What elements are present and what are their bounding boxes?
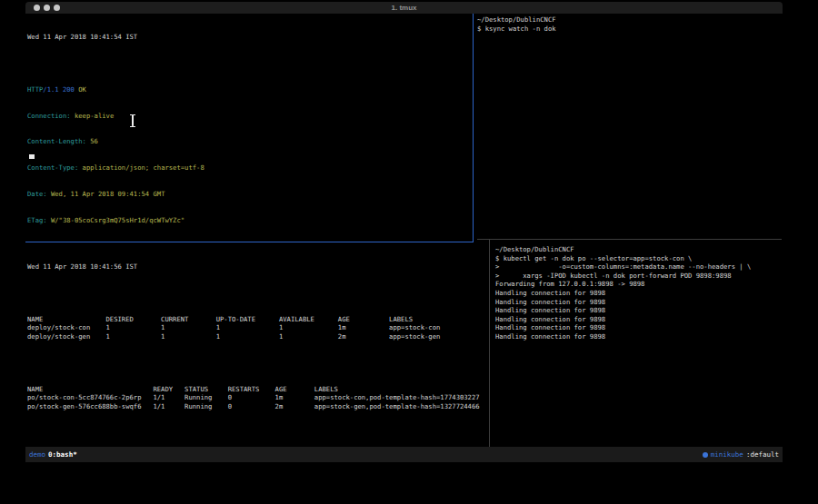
http-header-line: ETag: W/"38-05coCsrg3mQ75sHr1d/qcWTwYZc" [27, 216, 473, 225]
terminal-line: Handling connection for 9898 [495, 323, 783, 332]
table-cell: 1/1 [153, 402, 185, 411]
window-item-active[interactable]: 0:bash* [48, 450, 77, 459]
table-cell: NAME [27, 315, 106, 324]
table-cell: CURRENT [161, 315, 216, 324]
header-value: Wed, 11 Apr 2018 09:41:54 GMT [47, 190, 165, 198]
header-value: keep-alive [71, 112, 115, 120]
table-cell: 1 [106, 332, 162, 341]
table-row: NAMEREADYSTATUSRESTARTSAGELABELS [27, 385, 489, 394]
table-cell: 1m [275, 393, 314, 402]
zoom-button[interactable] [54, 5, 60, 11]
table-cell: READY [153, 385, 185, 394]
status-left: demo0:bash* [29, 450, 77, 459]
pane-bottom-left-kubectl-get[interactable]: Wed 11 Apr 2018 10:41:56 IST NAMEDESIRED… [25, 243, 489, 447]
header-value: 56 [86, 137, 98, 145]
terminal-line: Forwarding from 127.0.0.1:9898 -> 9898 [495, 280, 783, 289]
kube-context: minikube [711, 450, 743, 459]
minimize-button[interactable] [44, 5, 50, 11]
table-cell: deploy/stock-con [27, 323, 106, 332]
header-name: ETag: [27, 216, 47, 224]
table-cell: AGE [338, 315, 389, 324]
pane-top-left-http-response[interactable]: Wed 11 Apr 2018 10:41:54 IST HTTP/1.1 20… [25, 14, 473, 242]
table-cell: 1 [161, 323, 216, 332]
table-row: deploy/stock-gen11112mapp=stock-gen [27, 332, 489, 341]
terminal-line: $ kubectl get -n dok po --selector=app=s… [495, 254, 783, 263]
terminal-line: ~/Desktop/DublinCNCF [495, 245, 783, 254]
table-row: deploy/stock-con11111mapp=stock-con [27, 323, 489, 332]
terminal-line: $ ksync watch -n dok [477, 25, 783, 34]
close-button[interactable] [34, 5, 40, 11]
header-name: Content-Type: [27, 163, 78, 172]
terminal-line: Handling connection for 9898 [495, 298, 783, 307]
session-name: demo [29, 450, 45, 459]
kube-namespace: :default [746, 450, 779, 459]
table-cell: Running [185, 402, 228, 411]
table-cell: AGE [275, 385, 314, 394]
table-cell: LABELS [389, 315, 413, 324]
window-titlebar[interactable]: 1. tmux [25, 2, 783, 14]
terminal-line: Handling connection for 9898 [495, 289, 783, 298]
pane-bottom-right-port-forward[interactable]: ~/Desktop/DublinCNCF$ kubectl get -n dok… [491, 243, 783, 447]
terminal-block-cursor [29, 154, 35, 159]
table-cell: 1 [279, 323, 338, 332]
terminal-line: > xargs -IPOD kubectl -n dok port-forwar… [495, 272, 783, 281]
pane-top-right-ksync[interactable]: ~/Desktop/DublinCNCF$ ksync watch -n dok [474, 14, 783, 240]
table-cell: UP-TO-DATE [216, 315, 279, 324]
table-row: NAMEDESIREDCURRENTUP-TO-DATEAVAILABLEAGE… [27, 315, 489, 324]
table-cell: STATUS [185, 385, 228, 394]
terminal-line: Handling connection for 9898 [495, 332, 783, 341]
window-controls [34, 5, 60, 11]
tmux-status-bar: demo0:bash* minikube:default [25, 447, 783, 462]
table-cell: RESTARTS [228, 385, 275, 394]
table-cell: app=stock-con [389, 323, 440, 332]
table-cell: 0 [228, 393, 275, 402]
table-row: po/stock-gen-576cc688bb-swqf61/1Running0… [27, 402, 489, 411]
http-protocol: HTTP [27, 85, 43, 94]
table-cell: po/stock-con-5cc874766c-2p6rp [27, 393, 153, 402]
pods-table: NAMEREADYSTATUSRESTARTSAGELABELSpo/stock… [27, 385, 489, 411]
header-name: Date: [27, 190, 47, 198]
terminal-line: Handling connection for 9898 [495, 306, 783, 315]
table-cell: 0 [228, 402, 275, 411]
table-cell: 1 [216, 323, 279, 332]
status-right: minikube:default [703, 450, 779, 459]
http-status-line: HTTP/1.1 200 OK [27, 85, 473, 94]
pane-divider-horizontal-left[interactable] [25, 242, 474, 242]
table-cell: app=stock-gen,pod-template-hash=13277244… [314, 402, 480, 411]
header-value: application/json; charset=utf-8 [78, 163, 204, 172]
table-cell: 2m [338, 332, 389, 341]
terminal-line-timestamp: Wed 11 Apr 2018 10:41:54 IST [27, 33, 473, 42]
table-cell: Running [185, 393, 228, 402]
http-reason: OK [75, 85, 86, 94]
table-cell: LABELS [314, 385, 338, 394]
pane-divider-vertical-bottom[interactable] [489, 240, 490, 447]
http-header-line: Content-Type: application/json; charset=… [27, 163, 473, 173]
window-title: 1. tmux [25, 2, 783, 14]
terminal-window: 1. tmux Wed 11 Apr 2018 10:41:54 IST HTT… [25, 2, 783, 462]
table-cell: 1 [279, 332, 338, 341]
table-cell: AVAILABLE [279, 315, 338, 324]
deployments-table: NAMEDESIREDCURRENTUP-TO-DATEAVAILABLEAGE… [27, 315, 489, 341]
table-cell: app=stock-gen [389, 332, 440, 341]
header-value: W/"38-05coCsrg3mQ75sHr1d/qcWTwYZc" [47, 216, 185, 224]
http-header-line: Connection: keep-alive [27, 112, 473, 121]
table-cell: 1/1 [153, 393, 185, 402]
header-name: Content-Length: [27, 137, 86, 145]
helm-icon [703, 452, 708, 458]
table-cell: 1 [106, 323, 162, 332]
table-cell: NAME [27, 385, 153, 394]
pane-divider-vertical-top[interactable] [473, 14, 474, 242]
http-header-line: Content-Length: 56 [27, 137, 473, 146]
pane-divider-horizontal-right[interactable] [477, 239, 782, 240]
terminal-line: > -o=custom-columns=:metadata.name --no-… [495, 262, 783, 272]
table-cell: 1m [338, 323, 389, 332]
terminal-line: Handling connection for 9898 [495, 315, 783, 324]
terminal-line: ~/Desktop/DublinCNCF [477, 15, 783, 25]
http-version-status: /1.1 200 [43, 85, 75, 94]
terminal-line-timestamp: Wed 11 Apr 2018 10:41:56 IST [27, 262, 489, 272]
table-cell: DESIRED [106, 315, 162, 324]
table-cell: deploy/stock-gen [27, 332, 106, 341]
http-header-line: Date: Wed, 11 Apr 2018 09:41:54 GMT [27, 190, 473, 199]
table-cell: po/stock-gen-576cc688bb-swqf6 [27, 402, 153, 411]
mouse-ibeam-cursor [129, 114, 136, 127]
